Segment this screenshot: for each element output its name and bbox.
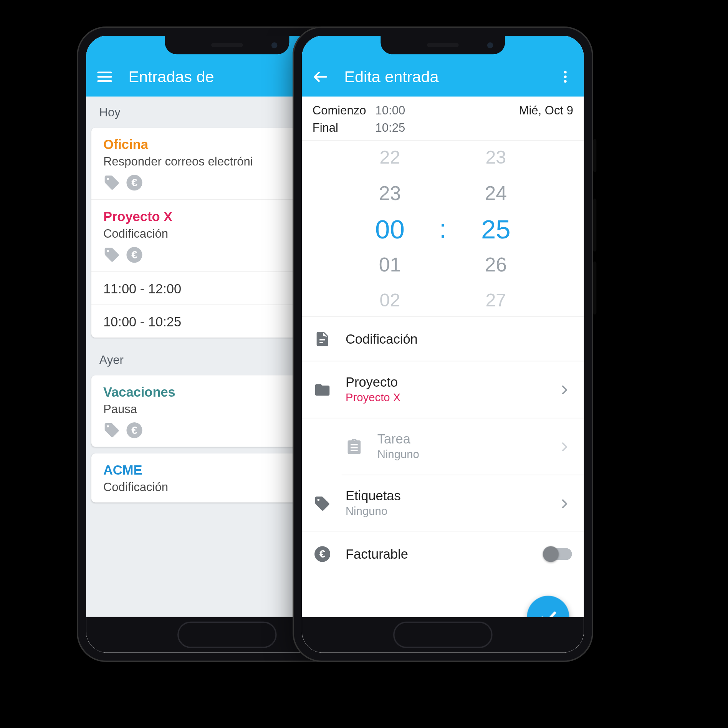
svg-point-11	[564, 76, 567, 78]
billable-toggle[interactable]	[544, 548, 572, 560]
note-value: Codificación	[346, 331, 572, 347]
power-button	[593, 139, 597, 172]
task-label: Tarea	[377, 432, 543, 447]
wheel-value-selected: 25	[456, 211, 536, 247]
home-button[interactable]	[177, 622, 277, 648]
home-button[interactable]	[393, 622, 493, 648]
wheel-separator: :	[430, 214, 456, 244]
svg-text:€: €	[131, 424, 137, 436]
tag-icon	[103, 174, 121, 191]
start-time: 10:00	[376, 104, 405, 117]
svg-text:€: €	[319, 548, 326, 560]
hour-wheel[interactable]: 22 23 00 01 02	[350, 141, 430, 317]
project-value: Proyecto X	[346, 391, 543, 404]
tag-icon	[314, 495, 331, 512]
back-icon[interactable]	[311, 68, 329, 86]
tags-label: Etiquetas	[346, 488, 543, 504]
display-notch	[381, 36, 505, 54]
wheel-value: 26	[456, 247, 536, 282]
chevron-right-icon	[558, 382, 572, 397]
appbar-title: Edita entrada	[344, 68, 541, 86]
project-row[interactable]: Proyecto Proyecto X	[302, 361, 584, 418]
start-end-block[interactable]: Comienzo 10:00 Mié, Oct 9 Final 10:25	[302, 97, 584, 141]
start-label: Comienzo	[313, 104, 376, 117]
chevron-right-icon	[558, 439, 572, 454]
note-icon	[314, 330, 331, 347]
tag-icon	[103, 246, 121, 263]
folder-icon	[314, 381, 331, 398]
svg-text:€: €	[131, 249, 137, 261]
svg-text:€: €	[131, 177, 137, 189]
wheel-value: 23	[350, 175, 430, 211]
minute-wheel[interactable]: 23 24 25 26 27	[456, 141, 536, 317]
display-notch	[165, 36, 289, 54]
wheel-value-selected: 00	[350, 211, 430, 247]
chevron-right-icon	[558, 496, 572, 511]
euro-icon: €	[126, 422, 143, 439]
wheel-value: 02	[350, 282, 430, 317]
wheel-value: 24	[456, 175, 536, 211]
tag-icon	[103, 422, 121, 439]
menu-icon[interactable]	[95, 68, 114, 86]
home-bar	[302, 617, 584, 653]
wheel-value: 01	[350, 247, 430, 282]
end-label: Final	[313, 121, 376, 135]
overflow-icon[interactable]	[556, 68, 574, 86]
vol-down-button	[593, 261, 597, 314]
svg-point-12	[564, 80, 567, 83]
svg-point-10	[564, 71, 567, 73]
wheel-value: 27	[456, 282, 536, 317]
euro-icon: €	[126, 246, 143, 263]
phone-edit: Edita entrada Comienzo 10:00 Mié, Oct 9 …	[293, 26, 593, 662]
task-row[interactable]: Tarea Ninguno	[342, 419, 584, 475]
euro-icon: €	[314, 546, 331, 563]
date-label: Mié, Oct 9	[519, 104, 573, 117]
task-value: Ninguno	[377, 448, 543, 461]
vol-up-button	[593, 199, 597, 251]
note-row[interactable]: Codificación	[302, 317, 584, 362]
edit-form: Comienzo 10:00 Mié, Oct 9 Final 10:25 22…	[302, 97, 584, 653]
tags-value: Ninguno	[346, 505, 543, 518]
billable-row[interactable]: € Facturable	[302, 532, 584, 576]
euro-icon: €	[126, 174, 143, 191]
tags-row[interactable]: Etiquetas Ninguno	[302, 475, 584, 532]
end-time: 10:25	[376, 121, 405, 135]
wheel-value: 23	[456, 141, 536, 175]
duration-picker[interactable]: 22 23 00 01 02 : 23 24 25 26 27	[302, 141, 584, 317]
clipboard-icon	[346, 438, 363, 455]
project-label: Proyecto	[346, 375, 543, 390]
wheel-value: 22	[350, 141, 430, 175]
billable-label: Facturable	[346, 546, 529, 562]
